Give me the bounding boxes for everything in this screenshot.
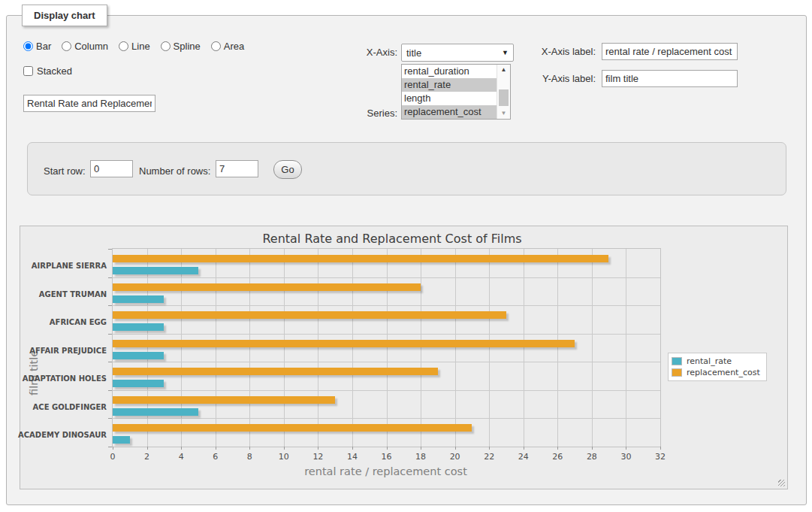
- gridline: [113, 418, 660, 419]
- scrollbar-thumb[interactable]: [499, 89, 509, 106]
- gridline: [216, 249, 216, 447]
- rows-panel: Start row: Number of rows: Go: [27, 142, 786, 195]
- chart-type-radio-spline[interactable]: [161, 41, 171, 51]
- display-chart-fieldset: Display chart BarColumnLineSplineArea St…: [6, 15, 807, 505]
- scroll-down-icon[interactable]: ▼: [497, 108, 510, 119]
- category-label: ACE GOLDFINGER: [17, 403, 107, 411]
- series-option-rental_duration[interactable]: rental_duration: [402, 65, 497, 78]
- tick-mark: [387, 447, 388, 450]
- y-axis-label-text: Y-Axis label:: [521, 73, 596, 84]
- chart-type-option-line[interactable]: Line: [119, 41, 150, 52]
- chart-type-radio-column[interactable]: [62, 41, 71, 51]
- legend-swatch: [672, 368, 682, 377]
- scroll-up-icon[interactable]: ▲: [497, 65, 510, 75]
- page: Display chart BarColumnLineSplineArea St…: [0, 0, 812, 512]
- tick-mark: [108, 249, 112, 250]
- x-tick-label: 28: [581, 452, 603, 462]
- gridline: [592, 249, 593, 447]
- gridline: [113, 277, 660, 278]
- chart-type-radio-area[interactable]: [211, 41, 221, 51]
- stacked-option[interactable]: Stacked: [23, 65, 72, 77]
- fieldset-legend: Display chart: [22, 5, 107, 26]
- legend-item-rental_rate: rental_rate: [672, 356, 760, 367]
- y-axis-label-input[interactable]: [602, 70, 738, 87]
- chart-type-radio-label: Column: [74, 41, 108, 52]
- x-axis-select-label: X-Axis:: [330, 47, 397, 58]
- series-scrollbar[interactable]: ▲ ▼: [497, 65, 510, 119]
- chart-type-radio-label: Spline: [174, 41, 201, 52]
- tick-mark: [421, 447, 421, 450]
- tick-mark: [181, 447, 182, 450]
- gridline: [352, 249, 353, 447]
- x-tick-label: 16: [376, 452, 398, 462]
- category-label: ACADEMY DINOSAUR: [17, 431, 107, 439]
- legend-swatch: [672, 357, 682, 365]
- bar-replacement_cost: [113, 311, 506, 319]
- tick-mark: [524, 447, 524, 450]
- chart-type-radio-label: Line: [131, 41, 150, 52]
- legend-label: rental_rate: [687, 356, 732, 366]
- chart-type-radio-line[interactable]: [119, 41, 128, 51]
- gridline: [284, 249, 285, 447]
- tick-mark: [352, 447, 353, 450]
- x-tick-label: 0: [101, 452, 124, 462]
- chart-type-radio-label: Area: [224, 41, 244, 52]
- bar-replacement_cost: [113, 424, 472, 432]
- x-axis-label-input[interactable]: [602, 43, 738, 60]
- gridline: [524, 249, 524, 447]
- gridline: [249, 249, 250, 447]
- stacked-label: Stacked: [37, 65, 72, 77]
- gridline: [113, 390, 660, 391]
- stacked-checkbox[interactable]: [23, 66, 33, 76]
- start-row-input[interactable]: [90, 160, 133, 177]
- chart-type-option-area[interactable]: Area: [211, 41, 244, 52]
- x-tick-label: 20: [444, 452, 466, 462]
- resize-grip-icon[interactable]: [778, 480, 785, 486]
- go-button[interactable]: Go: [273, 160, 302, 179]
- x-tick-label: 32: [649, 452, 672, 462]
- bar-rental_rate: [113, 295, 164, 303]
- gridline: [626, 249, 626, 447]
- num-rows-input[interactable]: [216, 160, 258, 177]
- chart-type-option-spline[interactable]: Spline: [161, 41, 201, 52]
- category-label: ADAPTATION HOLES: [17, 374, 107, 383]
- bar-replacement_cost: [113, 340, 575, 347]
- series-option-rental_rate[interactable]: rental_rate: [402, 78, 497, 92]
- gridline: [557, 249, 558, 447]
- chart-title-input[interactable]: [23, 95, 155, 112]
- tick-mark: [108, 277, 112, 278]
- tick-mark: [108, 334, 112, 335]
- chart-type-radios: BarColumnLineSplineArea: [23, 41, 244, 52]
- chart-type-option-bar[interactable]: Bar: [23, 41, 51, 52]
- tick-mark: [108, 447, 112, 447]
- x-axis-select[interactable]: title ▼: [401, 44, 514, 62]
- series-listbox[interactable]: rental_durationrental_ratelengthreplacem…: [401, 64, 511, 120]
- x-tick-label: 18: [409, 452, 432, 462]
- x-tick-label: 12: [306, 452, 329, 462]
- tick-mark: [592, 447, 593, 450]
- gridline: [113, 334, 660, 335]
- plot-area: 02468101214161820222426283032AIRPLANE SI…: [112, 248, 661, 447]
- tick-mark: [557, 447, 558, 450]
- chart-type-radio-bar[interactable]: [23, 41, 33, 51]
- bar-rental_rate: [113, 323, 164, 331]
- category-label: AFFAIR PREJUDICE: [17, 347, 107, 355]
- series-label: Series:: [330, 108, 397, 119]
- category-label: AFRICAN EGG: [17, 318, 107, 326]
- series-options: rental_durationrental_ratelengthreplacem…: [402, 65, 497, 119]
- series-option-replacement_cost[interactable]: replacement_cost: [402, 105, 497, 119]
- gridline: [455, 249, 456, 447]
- x-axis-select-value: title: [406, 47, 421, 59]
- x-tick-label: 22: [478, 452, 500, 462]
- x-tick-label: 2: [136, 452, 158, 462]
- chart-type-option-column[interactable]: Column: [62, 41, 108, 52]
- gridline: [147, 249, 148, 447]
- series-option-length[interactable]: length: [402, 92, 497, 105]
- tick-mark: [108, 418, 112, 419]
- tick-mark: [489, 447, 490, 450]
- x-tick-label: 14: [341, 452, 364, 462]
- tick-mark: [108, 362, 112, 362]
- gridline: [421, 249, 421, 447]
- x-axis-title: rental rate / replacement cost: [112, 465, 660, 477]
- tick-mark: [108, 305, 112, 306]
